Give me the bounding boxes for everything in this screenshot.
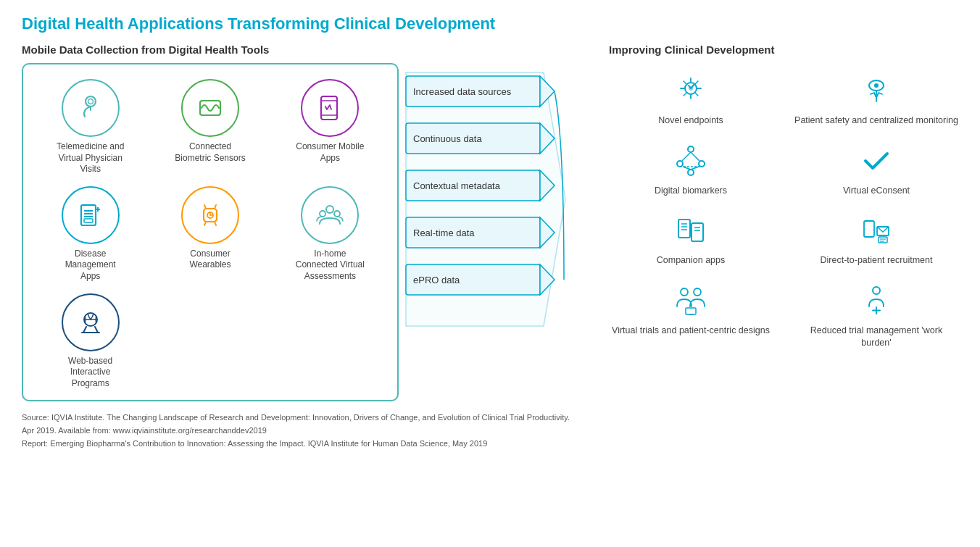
svg-point-47 — [699, 161, 705, 167]
svg-text:Contextual metadata: Contextual metadata — [413, 180, 501, 191]
source-text: Source: IQVIA Institute. The Changing La… — [22, 412, 958, 450]
svg-point-66 — [681, 288, 688, 296]
icon-grid: Telemedicine and Virtual Physician Visit… — [34, 79, 386, 389]
list-item: Reduced trial management 'work burden' — [794, 280, 958, 350]
svg-rect-3 — [200, 101, 220, 115]
svg-point-0 — [86, 96, 96, 107]
consumer-mobile-label: Consumer Mobile Apps — [294, 141, 366, 164]
web-based-icon-circle — [62, 293, 120, 351]
main-title: Digital Health Applications Transforming… — [22, 14, 958, 33]
digital-biomarkers-icon — [671, 141, 711, 180]
svg-point-70 — [873, 287, 880, 294]
direct-patient-icon — [857, 210, 897, 250]
novel-endpoints-label: Novel endpoints — [658, 114, 723, 128]
svg-point-20 — [334, 211, 340, 217]
biometric-icon — [194, 92, 226, 124]
svg-point-48 — [688, 170, 694, 175]
svg-rect-68 — [686, 308, 696, 314]
consumer-wear-icon-circle — [181, 186, 239, 244]
list-item: Direct-to-patient recruitment — [794, 210, 958, 267]
middle-panel: Increased data sources Continuous data C… — [399, 43, 587, 333]
digital-biomarkers-label: Digital biomarkers — [655, 185, 727, 198]
virtual-econsent-label: Virtual eConsent — [843, 185, 910, 198]
web-based-label: Web-based Interactive Programs — [54, 356, 127, 390]
left-panel: Mobile Data Collection from Digital Heal… — [22, 43, 399, 401]
list-item: Consumer Wearables — [174, 186, 246, 283]
telemedicine-label: Telemedicine and Virtual Physician Visit… — [54, 141, 127, 175]
svg-point-19 — [320, 211, 325, 217]
disease-mgmt-label: Disease Management Apps — [54, 249, 127, 283]
list-item: Virtual eConsent — [794, 141, 958, 198]
svg-rect-54 — [678, 220, 690, 238]
svg-point-1 — [88, 99, 93, 104]
novel-endpoints-icon — [671, 70, 711, 110]
svg-rect-4 — [321, 96, 337, 120]
svg-rect-11 — [84, 219, 93, 222]
patient-safety-icon — [857, 70, 897, 110]
funnel-svg: Increased data sources Continuous data C… — [399, 65, 573, 333]
svg-point-45 — [688, 146, 694, 152]
svg-rect-61 — [864, 221, 874, 237]
biometric-icon-circle — [181, 79, 239, 137]
virtual-trials-label: Virtual trials and patient-centric desig… — [612, 325, 770, 338]
telemedicine-icon — [75, 92, 107, 124]
list-item: Disease Management Apps — [54, 186, 127, 283]
svg-point-46 — [677, 161, 683, 167]
patient-safety-label: Patient safety and centralized monitorin… — [794, 114, 958, 128]
companion-apps-icon — [671, 210, 711, 250]
right-panel: Improving Clinical Development — [587, 43, 958, 350]
svg-text:Real-time data: Real-time data — [413, 227, 475, 238]
list-item: Novel endpoints — [609, 70, 773, 128]
left-box: Telemedicine and Virtual Physician Visit… — [22, 63, 399, 401]
list-item: Digital biomarkers — [609, 141, 773, 198]
disease-mgmt-icon-circle — [62, 186, 120, 244]
list-item: Patient safety and centralized monitorin… — [794, 70, 958, 128]
svg-text:Increased data sources: Increased data sources — [413, 86, 512, 97]
inhome-icon — [314, 199, 346, 231]
reduced-trial-icon — [857, 280, 897, 320]
direct-patient-label: Direct-to-patient recruitment — [821, 254, 933, 267]
inhome-icon-circle — [301, 186, 359, 244]
web-based-icon — [75, 306, 107, 338]
svg-point-18 — [326, 206, 333, 213]
svg-rect-63 — [879, 237, 887, 243]
consumer-mobile-icon — [314, 92, 346, 124]
telemedicine-icon-circle — [62, 79, 120, 137]
right-panel-title: Improving Clinical Development — [609, 43, 958, 56]
list-item: Connected Biometric Sensors — [174, 79, 246, 175]
reduced-trial-label: Reduced trial management 'work burden' — [794, 325, 958, 350]
svg-line-49 — [682, 152, 691, 161]
virtual-trials-icon — [671, 280, 711, 320]
biometric-label: Connected Biometric Sensors — [174, 141, 246, 164]
svg-rect-55 — [692, 223, 703, 241]
list-item: Consumer Mobile Apps — [294, 79, 366, 175]
list-item: Web-based Interactive Programs — [54, 293, 127, 390]
svg-text:Continuous data: Continuous data — [413, 133, 482, 144]
svg-line-50 — [691, 152, 699, 161]
consumer-mobile-icon-circle — [301, 79, 359, 137]
consumer-wear-label: Consumer Wearables — [174, 249, 246, 271]
list-item: Virtual trials and patient-centric desig… — [609, 280, 773, 350]
companion-apps-label: Companion apps — [657, 254, 726, 267]
left-panel-title: Mobile Data Collection from Digital Heal… — [22, 43, 399, 56]
list-item: Companion apps — [609, 210, 773, 267]
list-item: In-home Connected Virtual Assessments — [294, 186, 366, 283]
svg-text:ePRO data: ePRO data — [413, 275, 460, 285]
disease-mgmt-icon — [75, 199, 107, 231]
inhome-label: In-home Connected Virtual Assessments — [294, 249, 366, 283]
right-grid: Novel endpoints Patient safety and centr… — [609, 70, 958, 350]
virtual-econsent-icon — [857, 141, 897, 180]
consumer-wear-icon — [194, 199, 226, 231]
svg-point-43 — [874, 83, 879, 88]
svg-point-67 — [694, 288, 701, 296]
list-item: Telemedicine and Virtual Physician Visit… — [54, 79, 127, 175]
